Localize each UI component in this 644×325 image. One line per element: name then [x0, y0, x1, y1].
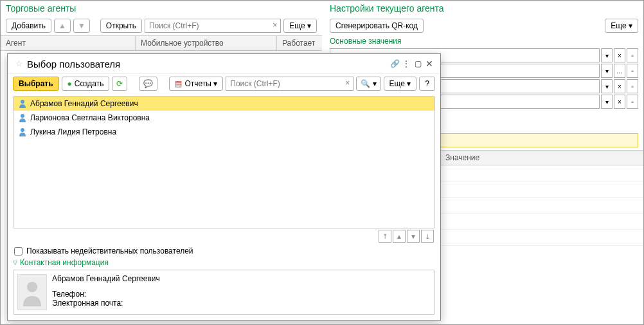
left-table-header: Агент Мобильное устройство Работает — [1, 35, 322, 51]
close-icon[interactable]: ✕ — [424, 58, 435, 70]
user-name: Ларионова Светлана Викторовна — [30, 113, 150, 122]
plus-icon: ● — [67, 79, 72, 88]
user-picker-modal: ☆ Выбор пользователя 🔗 ⋮ ▢ ✕ Выбрать ● С… — [7, 53, 441, 320]
user-row[interactable]: Ларионова Светлана Викторовна — [13, 111, 434, 125]
add-button[interactable]: Добавить — [6, 19, 51, 33]
maximize-icon[interactable]: ▢ — [412, 58, 424, 70]
user-list: Абрамов Геннадий СергеевичЛарионова Свет… — [13, 96, 435, 228]
th-works: Работает — [277, 36, 322, 50]
user-icon — [19, 127, 26, 136]
field-3-open[interactable]: ▫ — [627, 79, 638, 93]
main-values-label: Основные значения — [325, 35, 643, 47]
avatar — [17, 274, 47, 310]
modal-search-input[interactable] — [226, 77, 353, 91]
open-button[interactable]: Открыть — [100, 19, 142, 33]
reports-icon: ▤ — [175, 79, 182, 88]
nav-up[interactable]: ▲ — [393, 230, 406, 243]
field-1-dropdown[interactable]: ▾ — [601, 48, 613, 62]
svg-point-2 — [21, 128, 24, 132]
nav-first[interactable]: ⤒ — [379, 230, 391, 243]
show-invalid-label: Показывать недействительных пользователе… — [26, 246, 193, 255]
email-label: Электронная почта: — [52, 299, 431, 308]
field-1-clear[interactable]: × — [614, 48, 625, 62]
field-4-open[interactable]: ▫ — [627, 95, 638, 109]
right-toolbar: Сгенерировать QR-код Еще ▾ — [325, 16, 643, 35]
gen-qr-button[interactable]: Сгенерировать QR-код — [330, 19, 424, 33]
field-2-dropdown[interactable]: ▾ — [601, 64, 613, 78]
svg-point-1 — [21, 114, 24, 118]
user-icon — [19, 113, 26, 122]
contact-card: Абрамов Геннадий Сергеевич Телефон: Элек… — [13, 270, 435, 315]
th-value: Значение — [440, 151, 643, 165]
field-1-open[interactable]: ▫ — [627, 48, 638, 62]
field-2-open[interactable]: ▫ — [627, 64, 638, 78]
left-search-input[interactable] — [145, 19, 281, 33]
modal-clear-search-icon[interactable]: × — [345, 79, 350, 88]
modal-more-button[interactable]: Еще ▾ — [384, 77, 417, 91]
help-button[interactable]: ? — [419, 77, 435, 91]
star-icon[interactable]: ☆ — [13, 58, 24, 70]
nav-down[interactable]: ▼ — [407, 230, 420, 243]
chat-button[interactable]: 💬 — [139, 77, 157, 91]
field-4-clear[interactable]: × — [614, 95, 625, 109]
link-icon[interactable]: 🔗 — [389, 58, 400, 70]
field-4-dropdown[interactable]: ▾ — [601, 95, 613, 109]
svg-point-0 — [21, 100, 24, 104]
right-more-button[interactable]: Еще ▾ — [605, 19, 638, 33]
modal-title: Выбор пользователя — [27, 59, 389, 70]
move-up-button[interactable]: ▲ — [54, 19, 71, 33]
show-invalid-checkbox[interactable] — [14, 247, 22, 255]
th-device: Мобильное устройство — [136, 36, 277, 50]
contact-name: Абрамов Геннадий Сергеевич — [52, 274, 431, 283]
svg-point-3 — [27, 282, 37, 292]
left-more-button[interactable]: Еще ▾ — [283, 19, 317, 33]
select-button[interactable]: Выбрать — [13, 77, 59, 91]
phone-label: Телефон: — [52, 290, 431, 299]
search-icon: 🔍 — [361, 79, 370, 88]
right-section-title: Настройки текущего агента — [325, 1, 643, 16]
kebab-icon[interactable]: ⋮ — [400, 58, 412, 70]
refresh-button[interactable]: ⟳ — [112, 77, 127, 91]
chat-icon: 💬 — [143, 79, 153, 88]
field-2-more[interactable]: … — [614, 64, 625, 78]
list-nav: ⤒ ▲ ▼ ⤓ — [8, 228, 440, 244]
nav-last[interactable]: ⤓ — [421, 230, 434, 243]
field-3-clear[interactable]: × — [614, 79, 625, 93]
user-row[interactable]: Лукина Лидия Петровна — [13, 125, 434, 139]
reports-button[interactable]: ▤ Отчеты ▾ — [169, 77, 223, 91]
user-name: Абрамов Геннадий Сергеевич — [30, 99, 138, 108]
left-toolbar: Добавить ▲ ▼ Открыть × Еще ▾ — [1, 16, 322, 35]
th-agent: Агент — [1, 36, 136, 50]
field-3-dropdown[interactable]: ▾ — [601, 79, 613, 93]
contact-info-toggle[interactable]: ▽ Контактная информация — [8, 257, 440, 268]
chevron-down-icon: ▽ — [13, 259, 17, 266]
refresh-icon: ⟳ — [116, 79, 123, 88]
left-section-title: Торговые агенты — [1, 1, 322, 16]
move-down-button[interactable]: ▼ — [73, 19, 90, 33]
user-icon — [19, 99, 26, 108]
search-button[interactable]: 🔍 ▾ — [356, 77, 380, 91]
user-row[interactable]: Абрамов Геннадий Сергеевич — [13, 97, 434, 111]
clear-search-icon[interactable]: × — [273, 21, 277, 30]
user-name: Лукина Лидия Петровна — [30, 127, 116, 136]
create-button[interactable]: ● Создать — [62, 77, 110, 91]
modal-toolbar: Выбрать ● Создать ⟳ 💬 ▤ Отчеты ▾ × 🔍 ▾ Е… — [8, 74, 440, 93]
